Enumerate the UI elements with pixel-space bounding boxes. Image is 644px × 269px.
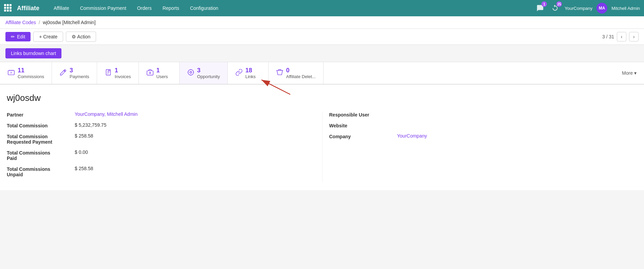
website-label: Website xyxy=(329,122,397,128)
total-commission-requested-value: $ 258.58 xyxy=(75,133,93,139)
affiliate-delete-label: Affiliate Delet... xyxy=(286,74,316,79)
links-count: 18 xyxy=(245,67,256,74)
create-button[interactable]: + Create xyxy=(33,32,63,42)
activity-button[interactable]: 25 xyxy=(550,3,560,14)
breadcrumb: Affiliate Codes / wj0osdw [Mitchell Admi… xyxy=(0,16,644,29)
payments-count: 3 xyxy=(70,67,89,74)
smart-btn-links[interactable]: 18 Links xyxy=(228,62,269,84)
opportunity-icon xyxy=(187,69,195,78)
breadcrumb-current: wj0osdw [Mitchell Admin] xyxy=(43,20,96,25)
users-count: 1 xyxy=(157,67,168,74)
total-commissions-unpaid-value: $ 258.58 xyxy=(75,166,93,171)
users-icon xyxy=(146,69,154,78)
field-total-commission-requested: Total CommissionRequested Payment $ 258.… xyxy=(7,133,317,145)
smart-btn-affiliate-delete[interactable]: 0 Affiliate Delet... xyxy=(269,62,324,84)
payments-label: Payments xyxy=(70,74,89,79)
chart-button[interactable]: Links burndown chart xyxy=(5,48,61,58)
chat-button[interactable]: 1 xyxy=(535,3,546,14)
company-name[interactable]: YourCompany xyxy=(565,6,592,11)
payments-icon xyxy=(59,69,67,78)
total-commission-requested-label: Total CommissionRequested Payment xyxy=(7,133,75,145)
smart-btn-payments[interactable]: 3 Payments xyxy=(52,62,97,84)
smart-btn-invoices[interactable]: 1 Invoices xyxy=(97,62,139,84)
pager-text: 3 / 31 xyxy=(602,34,614,39)
smart-btn-affiliate-delete-content: 0 Affiliate Delet... xyxy=(286,67,316,79)
menu-commission-payment[interactable]: Commission Payment xyxy=(75,3,131,13)
company-label: Company xyxy=(329,133,397,139)
field-partner: Partner YourCompany, Mitchell Admin xyxy=(7,111,317,118)
app-grid-icon[interactable] xyxy=(4,4,12,12)
links-label: Links xyxy=(245,74,256,79)
opportunity-count: 3 xyxy=(197,67,220,74)
pager-prev-button[interactable]: ‹ xyxy=(617,32,626,41)
menu-reports[interactable]: Reports xyxy=(158,3,184,13)
total-commission-label: Total Commission xyxy=(7,122,75,128)
total-commissions-paid-value: $ 0.00 xyxy=(75,149,88,155)
pager-current: 3 xyxy=(602,34,605,39)
top-navigation: Affiliate Affiliate Commission Payment O… xyxy=(0,0,644,16)
svg-point-1 xyxy=(10,72,12,74)
smart-buttons-section: 11 Commissions 3 Payments 1 Invoices xyxy=(0,62,644,85)
more-label: More xyxy=(622,70,633,76)
field-responsible-user: Responsible User xyxy=(329,111,632,118)
opportunity-label: Opportunity xyxy=(197,74,220,79)
pager-next-button[interactable]: › xyxy=(629,32,639,41)
avatar[interactable]: MA xyxy=(596,3,607,14)
smart-btn-invoices-content: 1 Invoices xyxy=(115,67,131,79)
app-name: Affiliate xyxy=(17,5,39,12)
top-menu: Affiliate Commission Payment Orders Repo… xyxy=(49,3,532,13)
edit-button[interactable]: ✏ Edit xyxy=(5,32,31,41)
action-label: ⚙ Action xyxy=(72,34,90,39)
user-name: Mitchell Admin xyxy=(611,6,640,11)
smart-btn-opportunity-content: 3 Opportunity xyxy=(197,67,220,79)
smart-btn-payments-content: 3 Payments xyxy=(70,67,89,79)
smart-btn-opportunity[interactable]: 3 Opportunity xyxy=(180,62,228,84)
field-total-commissions-unpaid: Total CommissionsUnpaid $ 258.58 xyxy=(7,166,317,177)
company-value[interactable]: YourCompany xyxy=(397,133,427,139)
partner-label: Partner xyxy=(7,111,75,118)
activity-badge: 25 xyxy=(556,1,562,7)
form-grid: Partner YourCompany, Mitchell Admin Tota… xyxy=(7,111,637,182)
more-button[interactable]: More ▾ xyxy=(614,62,644,84)
field-total-commission: Total Commission $ 5,232,759.75 xyxy=(7,122,317,128)
responsible-user-value[interactable] xyxy=(397,111,399,117)
pager-total: 31 xyxy=(609,34,614,39)
affiliate-delete-icon xyxy=(276,69,283,78)
avatar-initials: MA xyxy=(599,6,605,11)
breadcrumb-parent[interactable]: Affiliate Codes xyxy=(5,20,36,25)
total-commissions-unpaid-label: Total CommissionsUnpaid xyxy=(7,166,75,177)
edit-label: Edit xyxy=(17,34,25,39)
website-value[interactable] xyxy=(397,122,399,128)
commissions-label: Commissions xyxy=(18,74,44,79)
smart-btn-commissions[interactable]: 11 Commissions xyxy=(0,62,52,84)
partner-value[interactable]: YourCompany, Mitchell Admin xyxy=(75,111,137,117)
total-commissions-paid-label: Total CommissionsPaid xyxy=(7,149,75,161)
record-title: wj0osdw xyxy=(7,93,637,103)
users-label: Users xyxy=(157,74,168,79)
action-button[interactable]: ⚙ Action xyxy=(66,32,96,42)
smart-btn-users-content: 1 Users xyxy=(157,67,168,79)
field-website: Website xyxy=(329,122,632,128)
create-label: + Create xyxy=(39,34,57,39)
more-chevron-icon: ▾ xyxy=(634,70,637,76)
links-icon xyxy=(235,69,243,78)
chat-badge: 1 xyxy=(541,1,547,7)
edit-icon: ✏ xyxy=(11,34,15,39)
smart-buttons-bar: 11 Commissions 3 Payments 1 Invoices xyxy=(0,62,644,85)
field-company: Company YourCompany xyxy=(329,133,632,139)
main-content: wj0osdw Partner YourCompany, Mitchell Ad… xyxy=(0,85,644,190)
smart-btn-users[interactable]: 1 Users xyxy=(139,62,180,84)
menu-orders[interactable]: Orders xyxy=(132,3,157,13)
menu-configuration[interactable]: Configuration xyxy=(185,3,223,13)
form-left: Partner YourCompany, Mitchell Admin Tota… xyxy=(7,111,322,182)
total-commission-value: $ 5,232,759.75 xyxy=(75,122,106,128)
breadcrumb-separator: / xyxy=(39,20,40,25)
menu-affiliate[interactable]: Affiliate xyxy=(49,3,74,13)
commissions-count: 11 xyxy=(18,67,44,74)
smart-btn-links-content: 18 Links xyxy=(245,67,256,79)
toolbar: ✏ Edit + Create ⚙ Action 3 / 31 ‹ › xyxy=(0,29,644,45)
svg-point-10 xyxy=(149,72,151,74)
invoices-count: 1 xyxy=(115,67,131,74)
form-right: Responsible User Website Company YourCom… xyxy=(322,111,638,182)
field-total-commissions-paid: Total CommissionsPaid $ 0.00 xyxy=(7,149,317,161)
